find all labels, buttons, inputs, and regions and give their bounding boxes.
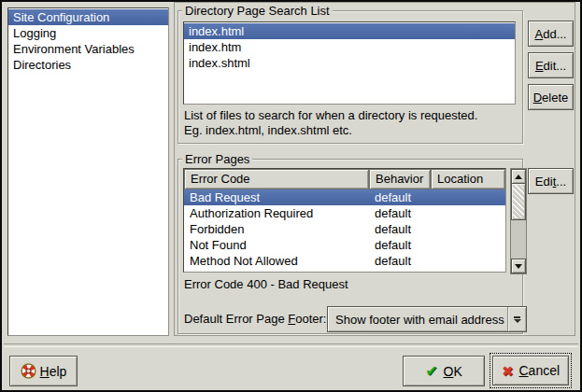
file-list-item[interactable]: index.shtml [184,55,515,71]
cancel-focus-ring: ✖ Cancel [490,353,572,388]
chevron-down-icon [508,316,526,323]
help-lifebuoy-icon [21,363,36,379]
table-row[interactable]: Forbidden default [184,221,505,237]
location-cell [431,205,505,221]
error-pages-table: Error Code Behavior Location Bad Request… [183,168,506,273]
column-header-location[interactable]: Location [431,169,505,189]
x-icon: ✖ [502,364,514,378]
sidebar-item-environment-variables[interactable]: Environment Variables [8,41,168,57]
file-list-item[interactable]: index.htm [184,39,515,55]
ok-button[interactable]: ✔ OK [403,356,485,386]
table-row[interactable]: Authorization Required default [184,205,505,221]
table-row[interactable]: Method Not Allowed default [184,253,505,269]
directory-page-file-list: index.html index.htm index.shtml [183,21,516,105]
location-cell [431,237,505,253]
error-code-cell: Method Not Allowed [184,253,369,269]
arrow-down-icon [515,264,522,269]
help-button[interactable]: Help [9,356,78,386]
error-code-cell: Authorization Required [184,205,369,221]
bottom-separator [4,343,578,347]
table-row[interactable]: Bad Request default [184,189,505,205]
sidebar-item-site-configuration[interactable]: Site Configuration [8,9,168,25]
scrollbar-thumb[interactable] [511,183,526,220]
error-code-cell: Not Found [184,237,369,253]
table-row[interactable]: Not Found default [184,237,505,253]
edit-error-page-button[interactable]: Edit... [528,168,574,194]
add-button[interactable]: Add... [528,21,574,47]
error-pages-table-header: Error Code Behavior Location [184,169,505,189]
error-code-cell: Forbidden [184,221,369,237]
arrow-up-icon [515,175,522,179]
scroll-down-button[interactable] [511,259,526,273]
behavior-cell: default [369,221,431,237]
behavior-cell: default [369,189,431,205]
column-header-error-code[interactable]: Error Code [184,169,369,189]
behavior-cell: default [369,205,431,221]
directory-page-search-list-title: Directory Page Search List [182,4,333,18]
error-pages-title: Error Pages [182,152,252,166]
edit-file-button[interactable]: Edit... [528,52,574,78]
behavior-cell: default [369,253,431,269]
ok-button-label: OK [444,365,462,378]
cancel-button-label: Cancel [518,364,560,377]
help-button-label: Help [40,365,67,378]
default-error-page-footer-label: Default Error Page Footer: [184,307,326,331]
category-list: Site Configuration Logging Environment V… [7,7,169,336]
check-icon: ✔ [425,364,437,379]
location-cell [431,189,505,205]
default-error-page-footer-select[interactable]: Show footer with email address [327,306,527,332]
scroll-up-button[interactable] [511,169,526,184]
sidebar-item-logging[interactable]: Logging [8,25,168,41]
table-vertical-scrollbar[interactable] [510,168,527,274]
directory-page-search-list-frame: Directory Page Search List index.html in… [177,10,523,144]
httpd-configuration-dialog: Site Configuration Logging Environment V… [0,0,582,392]
file-list-item[interactable]: index.html [184,23,515,39]
column-header-behavior[interactable]: Behavior [369,169,431,189]
location-cell [431,253,505,269]
location-cell [431,221,505,237]
error-code-cell: Bad Request [184,189,369,205]
file-list-description-line2: Eg. index.html, index.shtml etc. [184,123,352,138]
file-list-description-line1: List of files to search for when a direc… [184,108,477,123]
error-code-status-text: Error Code 400 - Bad Request [184,277,348,292]
delete-button[interactable]: Delete [528,84,574,110]
sidebar-item-directories[interactable]: Directories [8,57,168,73]
cancel-button[interactable]: ✖ Cancel [492,356,569,385]
behavior-cell: default [369,237,431,253]
combo-selected-value: Show footer with email address [328,314,507,326]
